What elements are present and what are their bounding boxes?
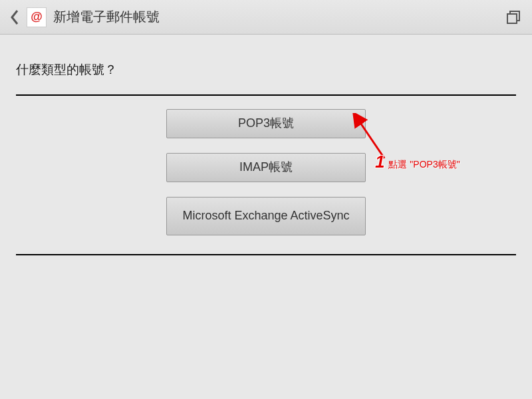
- account-type-options: POP3帳號 IMAP帳號 Microsoft Exchange ActiveS…: [16, 109, 516, 249]
- page-title: 新增電子郵件帳號: [53, 8, 500, 26]
- at-sign-icon: @: [31, 10, 43, 24]
- chevron-left-icon: [9, 9, 20, 25]
- divider: [16, 94, 516, 96]
- pop3-account-button[interactable]: POP3帳號: [166, 109, 366, 138]
- window-restore-icon: [506, 10, 521, 25]
- imap-account-button[interactable]: IMAP帳號: [166, 153, 366, 182]
- divider: [16, 254, 516, 255]
- content-area: 什麼類型的帳號？ POP3帳號 IMAP帳號 Microsoft Exchang…: [0, 35, 532, 255]
- email-app-icon: @: [27, 7, 47, 27]
- back-button[interactable]: [5, 4, 24, 31]
- title-bar: @ 新增電子郵件帳號: [0, 0, 532, 35]
- account-type-question: 什麼類型的帳號？: [16, 61, 516, 78]
- svg-rect-1: [507, 14, 517, 23]
- exchange-account-button[interactable]: Microsoft Exchange ActiveSync: [166, 197, 366, 235]
- window-restore-button[interactable]: [500, 4, 527, 31]
